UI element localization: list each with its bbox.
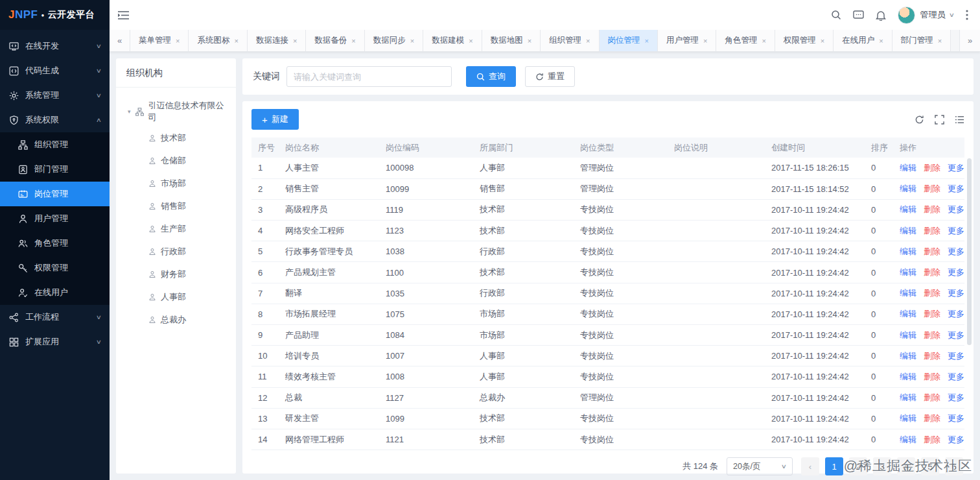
edit-link[interactable]: 编辑 [900,330,916,340]
tab-role-manage[interactable]: 角色管理× [716,30,775,51]
delete-link[interactable]: 删除 [924,372,940,381]
user-menu[interactable]: 管理员 ∨ [898,6,954,24]
tree-node[interactable]: 销售部 [120,195,232,217]
edit-link[interactable]: 编辑 [900,184,916,193]
sidebar-item-online-user[interactable]: 在线用户 [0,280,110,305]
page-button-5[interactable]: 5 [921,457,939,475]
tab-data-model[interactable]: 数据建模× [423,30,482,51]
keyword-input[interactable] [286,66,452,87]
page-button-3[interactable]: 3 [873,457,891,475]
tab-org-manage[interactable]: 组织管理× [541,30,599,51]
close-icon[interactable]: × [351,37,355,45]
tree-node[interactable]: 人事部 [120,285,232,308]
prev-page-button[interactable]: ‹ [801,457,819,475]
tab-menu-manage[interactable]: 菜单管理× [130,30,189,51]
tree-node[interactable]: 生产部 [120,217,232,240]
more-link[interactable]: 更多∨ [948,246,964,256]
more-options-icon[interactable] [966,10,968,20]
tree-node[interactable]: 市场部 [120,172,232,195]
close-icon[interactable]: × [645,37,649,45]
edit-link[interactable]: 编辑 [900,372,916,381]
edit-link[interactable]: 编辑 [900,226,916,235]
delete-link[interactable]: 删除 [924,204,940,214]
more-link[interactable]: 更多∨ [948,330,964,340]
tree-node[interactable]: 财务部 [120,263,232,285]
close-icon[interactable]: × [703,37,707,45]
close-icon[interactable]: × [176,37,180,45]
message-icon[interactable] [853,10,864,20]
delete-link[interactable]: 删除 [924,184,940,193]
sidebar-item-online-dev[interactable]: 在线开发∨ [0,34,110,58]
delete-link[interactable]: 删除 [924,435,940,444]
sidebar-item-workflow[interactable]: 工作流程∨ [0,305,110,330]
close-icon[interactable]: × [821,37,824,45]
tab-perm-manage[interactable]: 权限管理× [775,30,834,51]
more-link[interactable]: 更多∨ [948,163,964,173]
delete-link[interactable]: 删除 [924,351,940,361]
more-link[interactable]: 更多∨ [948,267,964,277]
edit-link[interactable]: 编辑 [900,288,916,298]
delete-link[interactable]: 删除 [924,226,940,235]
edit-link[interactable]: 编辑 [900,163,916,173]
sidebar-item-system-auth[interactable]: 系统权限∧ [0,108,110,132]
page-button-4[interactable]: 4 [897,457,915,475]
table-scrollbar[interactable] [967,158,972,345]
more-link[interactable]: 更多∨ [948,288,964,298]
close-icon[interactable]: × [938,37,942,45]
delete-link[interactable]: 删除 [924,246,940,256]
sidebar-item-user-manage[interactable]: 用户管理 [0,206,110,231]
delete-link[interactable]: 删除 [924,288,940,298]
tab-data-connect[interactable]: 数据连接× [248,30,306,51]
search-button[interactable]: 查询 [466,66,516,87]
tree-node[interactable]: 技术部 [120,126,232,149]
edit-link[interactable]: 编辑 [900,435,916,444]
close-icon[interactable]: × [762,37,765,45]
edit-link[interactable]: 编辑 [900,267,916,277]
close-icon[interactable]: × [528,37,531,45]
sidebar-item-extend-app[interactable]: 扩展应用∨ [0,330,110,354]
edit-link[interactable]: 编辑 [900,246,916,256]
delete-link[interactable]: 删除 [924,392,940,402]
page-button-6[interactable]: 6 [945,457,963,475]
reset-button[interactable]: 重置 [525,66,575,87]
tab-data-map[interactable]: 数据地图× [482,30,541,51]
fullscreen-icon[interactable] [935,115,944,125]
tree-node[interactable]: 总裁办 [120,308,232,331]
delete-link[interactable]: 删除 [924,330,940,340]
delete-link[interactable]: 删除 [924,413,940,423]
tree-node[interactable]: 行政部 [120,240,232,263]
close-icon[interactable]: × [469,37,472,45]
more-link[interactable]: 更多∨ [948,351,964,361]
edit-link[interactable]: 编辑 [900,204,916,214]
delete-link[interactable]: 删除 [924,163,940,173]
edit-link[interactable]: 编辑 [900,351,916,361]
sidebar-item-perm-manage[interactable]: 权限管理 [0,256,110,280]
sidebar-item-dept-manage[interactable]: 部门管理 [0,157,110,182]
sidebar-item-system-manage[interactable]: 系统管理∨ [0,83,110,108]
new-button[interactable]: + 新建 [251,109,299,130]
tab-data-sync[interactable]: 数据同步× [365,30,423,51]
column-settings-icon[interactable] [955,115,964,125]
tab-data-backup[interactable]: 数据备份× [306,30,364,51]
tabs-scroll-right-icon[interactable]: » [959,30,980,51]
close-icon[interactable]: × [586,37,590,45]
sidebar-item-position-manage[interactable]: 岗位管理 [0,182,110,206]
tree-root-node[interactable]: ▾ 引迈信息技术有限公司 [120,97,232,126]
sidebar-item-org-manage[interactable]: 组织管理 [0,132,110,157]
page-button-1[interactable]: 1 [825,457,843,475]
more-link[interactable]: 更多∨ [948,226,964,235]
more-link[interactable]: 更多∨ [948,372,964,381]
edit-link[interactable]: 编辑 [900,309,916,318]
close-icon[interactable]: × [410,37,414,45]
tree-node[interactable]: 仓储部 [120,149,232,172]
tab-position-manage[interactable]: 岗位管理× [600,30,658,51]
tab-dept-manage[interactable]: 部门管理× [892,30,951,51]
edit-link[interactable]: 编辑 [900,413,916,423]
caret-down-icon[interactable]: ▾ [128,108,131,115]
sidebar-item-code-generate[interactable]: 代码生成∨ [0,58,110,83]
more-link[interactable]: 更多∨ [948,309,964,318]
page-button-2[interactable]: 2 [849,457,867,475]
more-link[interactable]: 更多∨ [948,204,964,214]
delete-link[interactable]: 删除 [924,309,940,318]
tabs-scroll-left-icon[interactable]: « [110,30,130,51]
